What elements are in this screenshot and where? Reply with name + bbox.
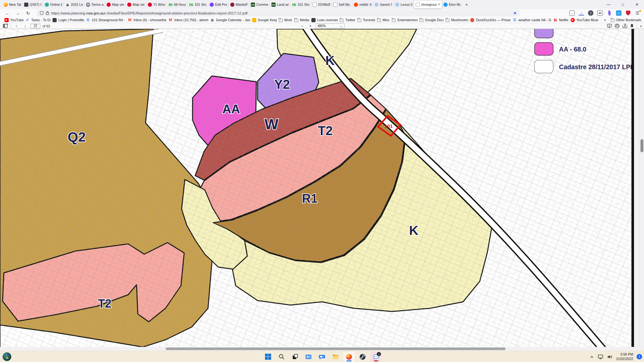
- browser-tab[interactable]: m 101 Showg ×: [187, 1, 208, 8]
- browser-tab[interactable]: m 68 Houses ×: [167, 1, 187, 8]
- browser-tab[interactable]: 71 Windso ×: [146, 1, 167, 8]
- search-icon[interactable]: [276, 352, 287, 362]
- bookmark-item[interactable]: DuckDuckGo — Privac...: [468, 18, 511, 22]
- bookmark-item[interactable]: Google Keep: [250, 18, 277, 22]
- clock[interactable]: 5:56 PM 21/02/2022: [616, 352, 633, 361]
- bookmark-item[interactable]: Loan overview: [309, 18, 338, 22]
- browser-tab[interactable]: showground ×: [414, 1, 442, 8]
- firefox-icon[interactable]: [343, 352, 355, 362]
- bookmark-item[interactable]: Work: [277, 18, 293, 22]
- browser-tab[interactable]: a 2022 Lexus ×: [64, 1, 84, 8]
- browser-tab[interactable]: Map view o ×: [105, 1, 126, 8]
- browser-tab[interactable]: Lexus GS G ×: [393, 1, 414, 8]
- pdf-page-input[interactable]: [31, 24, 40, 28]
- browser-tab[interactable]: Online Ban ×: [43, 1, 64, 8]
- tab-close-icon[interactable]: ×: [438, 2, 440, 7]
- bookmark-item[interactable]: G 101 Showground Rd - ...: [84, 18, 126, 22]
- horizontal-scrollbar-thumb[interactable]: [166, 348, 506, 350]
- widgets-icon[interactable]: [303, 352, 314, 362]
- bookmark-item[interactable]: ▶ YouTube Music: [569, 18, 598, 22]
- url-bar[interactable]: https://www.planning.nsw.gov.au/-/media/…: [37, 10, 520, 16]
- network-icon[interactable]: [598, 354, 603, 359]
- browser-tab[interactable]: reddit: the ×: [352, 1, 373, 8]
- ai-extension-icon[interactable]: AI: [597, 10, 603, 16]
- browser-tab[interactable]: Edit Propert ×: [208, 1, 229, 8]
- browser-tab[interactable]: W Terms and c ×: [84, 1, 105, 8]
- browser-tab[interactable]: m 101 Showg ×: [290, 1, 311, 8]
- browser-tab[interactable]: New Tab ×: [2, 1, 23, 8]
- bot-extension-icon[interactable]: ••: [616, 10, 621, 16]
- bookmark-item[interactable]: Misc: [375, 18, 390, 22]
- pocket-icon[interactable]: ⌄: [569, 10, 575, 16]
- other-bookmarks[interactable]: Other Bookmarks: [609, 18, 641, 22]
- bookmark-item[interactable]: Media: [292, 18, 309, 22]
- bookmark-item[interactable]: Login | ProtonMail: [51, 18, 84, 22]
- shield-icon[interactable]: [40, 11, 44, 15]
- browser-tab[interactable]: cre Land and D ×: [270, 1, 290, 8]
- bookmark-item[interactable]: ▶ YouTube: [3, 18, 24, 22]
- photos-app-icon[interactable]: [289, 352, 301, 362]
- bookmark-item[interactable]: Twitter: [338, 18, 355, 22]
- pdf-zoom-out[interactable]: −: [299, 23, 305, 29]
- back-button[interactable]: ←: [3, 10, 12, 16]
- minimize-button[interactable]: —: [601, 0, 616, 9]
- pdf-bookmark-icon[interactable]: [630, 24, 634, 28]
- bookmark-favicon: [470, 18, 474, 22]
- vertical-scrollbar-thumb[interactable]: [640, 139, 643, 152]
- tab-favicon: m: [189, 3, 193, 7]
- start-button[interactable]: [262, 352, 274, 362]
- pdf-page-down[interactable]: ↓: [22, 23, 28, 29]
- pdf-tools-chevron[interactable]: »: [640, 24, 642, 28]
- reload-button[interactable]: ↻: [24, 10, 32, 16]
- close-button[interactable]: ✕: [630, 0, 644, 9]
- horizontal-scrollbar[interactable]: [0, 347, 639, 351]
- pdf-zoom-select[interactable]: 480% ⌄: [316, 23, 345, 28]
- lock-icon[interactable]: [46, 11, 49, 15]
- browser-tab[interactable]: (2457) Inbo ×: [23, 1, 43, 8]
- notification-count-badge[interactable]: 1: [637, 354, 642, 359]
- tray-expand-chevron-icon[interactable]: [589, 355, 594, 359]
- browser-tab[interactable]: Sell My Prop ×: [332, 1, 352, 8]
- bookmark-star-icon[interactable]: ★: [513, 11, 517, 15]
- browser-tab[interactable]: Saved Sear ×: [373, 1, 393, 8]
- bookmark-item[interactable]: N Netflix: [551, 18, 569, 22]
- bookmarks-overflow-icon[interactable]: »: [601, 18, 609, 22]
- file-explorer-icon[interactable]: [330, 352, 341, 362]
- forward-button[interactable]: →: [14, 10, 22, 16]
- adblock-shield-icon[interactable]: [625, 10, 631, 16]
- pdf-page-up[interactable]: ↑: [13, 23, 20, 29]
- app-menu-icon[interactable]: ☰: [635, 10, 640, 16]
- chat-icon[interactable]: [316, 352, 328, 362]
- browser-tab[interactable]: Elon Musk ×: [442, 1, 462, 8]
- browser-tab[interactable]: Map view o ×: [126, 1, 146, 8]
- vertical-scrollbar[interactable]: [639, 29, 644, 347]
- bookmark-item[interactable]: G weather castle hill - G...: [511, 18, 551, 22]
- bookmark-item[interactable]: Entertainment: [390, 18, 417, 22]
- zoning-map[interactable]: 101 Q2 T2 AA Y2 W T2 R1 K K AA - 68.0 Ca…: [0, 29, 639, 347]
- pdf-zoom-in[interactable]: +: [307, 23, 314, 29]
- bookmark-item[interactable]: ✔ Tasks - To Do: [24, 18, 51, 22]
- pdf-save-icon[interactable]: [622, 24, 627, 28]
- downloads-icon[interactable]: ↓: [579, 11, 584, 15]
- pdf-page-canvas[interactable]: 101 Q2 T2 AA Y2 W T2 R1 K K AA - 68.0 Ca…: [0, 29, 639, 347]
- browser-tab[interactable]: cre Commercia ×: [249, 1, 270, 8]
- bookmark-item[interactable]: Google Docs: [418, 18, 444, 22]
- maximize-button[interactable]: □: [616, 0, 630, 9]
- volume-icon[interactable]: [607, 354, 612, 359]
- bookmark-item[interactable]: Torrents: [355, 18, 375, 22]
- bookmark-item[interactable]: M Inbox (10,750) - alexm...: [166, 18, 208, 22]
- messages-icon[interactable]: 1: [370, 352, 382, 362]
- browser-tab[interactable]: 0249b0bd- ×: [311, 1, 332, 8]
- shell-widget-icon[interactable]: [3, 352, 11, 361]
- browser-tab[interactable]: MantisProp ×: [229, 1, 249, 8]
- steam-icon[interactable]: [357, 352, 368, 362]
- pdf-print-icon[interactable]: [615, 24, 620, 28]
- pdf-sidebar-toggle[interactable]: [2, 23, 8, 29]
- new-tab-button[interactable]: +: [462, 1, 471, 8]
- grammar-feather-icon[interactable]: [607, 10, 612, 16]
- bookmark-item[interactable]: ⊕ Google Calendar - Jan...: [208, 18, 250, 22]
- pdf-presentation-icon[interactable]: [607, 24, 612, 28]
- info-extension-icon[interactable]: i: [588, 10, 593, 16]
- bookmark-item[interactable]: Mushrooms: [444, 18, 468, 22]
- bookmark-item[interactable]: M Inbox (6) - ichoosethe...: [126, 18, 167, 22]
